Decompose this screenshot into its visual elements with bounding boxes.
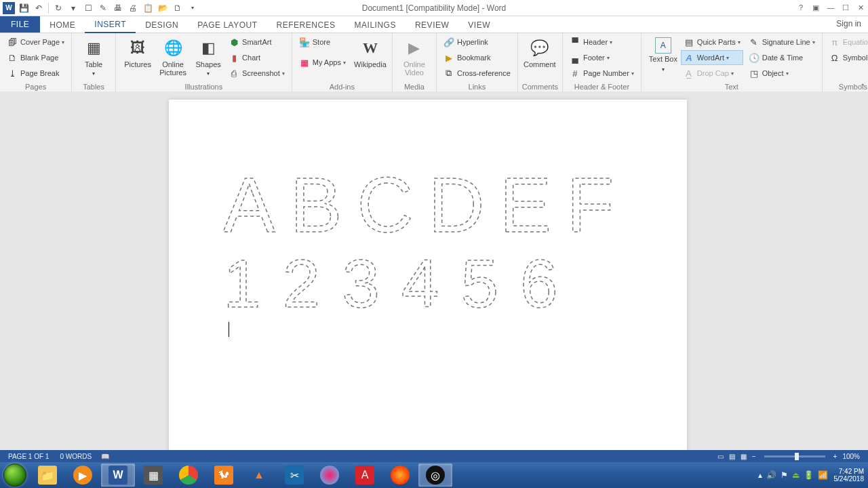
- document-area[interactable]: ABCDEF 123456: [0, 92, 868, 450]
- qat-custom-icon[interactable]: ▾: [67, 2, 79, 14]
- chart-button[interactable]: ▮Chart: [226, 50, 288, 65]
- taskbar-vlc[interactable]: ▲: [242, 464, 276, 487]
- more-icon[interactable]: ▾: [186, 2, 199, 14]
- taskbar-app-1[interactable]: ▦: [136, 464, 170, 487]
- touch-mode-icon[interactable]: ☐: [82, 2, 94, 14]
- start-button[interactable]: [0, 462, 30, 488]
- tray-battery-icon[interactable]: 🔋: [804, 470, 814, 480]
- tab-review[interactable]: REVIEW: [406, 18, 458, 33]
- page-break-button[interactable]: ⤓Page Break: [4, 66, 67, 81]
- word-window: W 💾 ↶ ↻ ▾ ☐ ✎ 🖶 🖨 📋 📂 🗋 ▾ Document1 [Com…: [0, 0, 868, 488]
- document-line-2: 123456: [223, 247, 637, 322]
- tray-network-icon[interactable]: 📶: [818, 470, 828, 480]
- page[interactable]: ABCDEF 123456: [169, 100, 687, 450]
- save-icon[interactable]: 💾: [18, 2, 30, 14]
- date-time-button[interactable]: 🕓Date & Time: [746, 50, 818, 65]
- wordart-button[interactable]: AWordArt: [681, 50, 743, 65]
- redo-icon[interactable]: ↻: [52, 2, 64, 14]
- page-number-button[interactable]: #Page Number: [567, 66, 637, 81]
- maximize-icon[interactable]: ☐: [838, 0, 853, 15]
- tab-design[interactable]: DESIGN: [136, 18, 188, 33]
- zoom-slider[interactable]: [764, 455, 825, 458]
- help-icon[interactable]: ?: [793, 0, 808, 15]
- blank-page-button[interactable]: 🗋Blank Page: [4, 50, 67, 65]
- store-button[interactable]: 🏪Store: [296, 35, 349, 49]
- zoom-out-icon[interactable]: −: [752, 453, 756, 460]
- read-mode-icon[interactable]: ▭: [717, 453, 724, 460]
- close-icon[interactable]: ✕: [853, 0, 868, 15]
- paste-icon[interactable]: 📋: [142, 2, 154, 14]
- table-button[interactable]: ▦ Table▾: [76, 35, 111, 81]
- tab-home[interactable]: HOME: [40, 18, 85, 33]
- tray-safely-remove-icon[interactable]: ⏏: [792, 470, 800, 480]
- taskbar-opera[interactable]: [313, 464, 347, 487]
- cross-reference-button[interactable]: ⧉Cross-reference: [441, 66, 513, 81]
- text-box-button[interactable]: AText Box ▾: [646, 35, 681, 77]
- tray-expand-icon[interactable]: ▴: [758, 470, 762, 480]
- taskbar-explorer[interactable]: 📁: [31, 464, 64, 487]
- signature-line-button[interactable]: ✎Signature Line: [746, 35, 818, 49]
- symbol-button[interactable]: ΩSymbol: [827, 50, 868, 65]
- quick-print-icon[interactable]: 🖨: [127, 2, 139, 14]
- online-pictures-button[interactable]: 🌐Online Pictures: [155, 35, 191, 79]
- web-layout-icon[interactable]: ▦: [741, 453, 747, 460]
- sign-in-link[interactable]: Sign in: [836, 19, 861, 28]
- pictures-button[interactable]: 🖼Pictures: [120, 35, 155, 71]
- print-preview-icon[interactable]: 🖶: [112, 2, 124, 14]
- taskbar-chrome[interactable]: [172, 464, 205, 487]
- cover-page-button[interactable]: 🗐Cover Page: [4, 35, 67, 49]
- zoom-level[interactable]: 100%: [842, 453, 860, 460]
- taskbar-media-player[interactable]: ▶: [66, 464, 100, 487]
- tab-mailings[interactable]: MAILINGS: [345, 18, 406, 33]
- footer-button[interactable]: ▄Footer: [567, 50, 637, 65]
- new-doc-icon[interactable]: 🗋: [172, 2, 184, 14]
- tab-page-layout[interactable]: PAGE LAYOUT: [188, 18, 267, 33]
- equation-button[interactable]: πEquation: [827, 35, 868, 49]
- page-indicator[interactable]: PAGE 1 OF 1: [8, 453, 49, 460]
- label: Symbol: [843, 54, 868, 62]
- my-apps-icon: ▦: [299, 57, 310, 68]
- collapse-ribbon-icon[interactable]: ⌃: [860, 83, 865, 90]
- tab-view[interactable]: VIEW: [458, 18, 500, 33]
- taskbar-acrobat[interactable]: A: [348, 464, 382, 487]
- object-button[interactable]: ◳Object: [746, 66, 818, 81]
- taskbar-word[interactable]: W: [101, 464, 135, 487]
- tray-volume-icon[interactable]: 🔊: [766, 470, 776, 480]
- taskbar-camera[interactable]: ◎: [418, 464, 452, 487]
- taskbar-editor[interactable]: ✂: [277, 464, 311, 487]
- smartart-button[interactable]: ⬢SmartArt: [226, 35, 288, 49]
- print-layout-icon[interactable]: ▤: [729, 453, 735, 460]
- taskbar-uc[interactable]: 🐿: [207, 464, 241, 487]
- quick-parts-button[interactable]: ▤Quick Parts: [681, 35, 743, 49]
- firefox-icon: [391, 466, 410, 485]
- tray-clock[interactable]: 7:42 PM 5/24/2018: [834, 468, 865, 483]
- label: Store: [313, 38, 330, 46]
- word-count[interactable]: 0 WORDS: [60, 453, 92, 460]
- shapes-button[interactable]: ◧Shapes▾: [191, 35, 226, 81]
- bookmark-button[interactable]: ▶Bookmark: [441, 50, 513, 65]
- open-icon[interactable]: 📂: [157, 2, 169, 14]
- zoom-in-icon[interactable]: +: [833, 453, 837, 460]
- undo-icon[interactable]: ↶: [33, 2, 45, 14]
- new-icon[interactable]: ✎: [97, 2, 109, 14]
- document-line-1: ABCDEF: [223, 164, 637, 245]
- tray-action-icon[interactable]: ⚑: [781, 470, 788, 480]
- wikipedia-button[interactable]: WWikipedia: [353, 35, 388, 71]
- taskbar-firefox[interactable]: [383, 464, 417, 487]
- label: Online Pictures: [157, 60, 189, 77]
- header-button[interactable]: ▀Header: [567, 35, 637, 49]
- tab-insert[interactable]: INSERT: [85, 17, 136, 33]
- tab-file[interactable]: FILE: [0, 16, 40, 33]
- drop-cap-button[interactable]: A̲Drop Cap: [681, 66, 743, 81]
- ribbon-display-icon[interactable]: ▣: [808, 0, 823, 15]
- label: Date & Time: [762, 54, 804, 62]
- spell-check-icon[interactable]: 📖: [101, 453, 109, 460]
- screenshot-button[interactable]: ⎙Screenshot: [226, 66, 288, 81]
- hyperlink-button[interactable]: 🔗Hyperlink: [441, 35, 513, 49]
- tab-references[interactable]: REFERENCES: [267, 18, 345, 33]
- group-comments: 💬Comment Comments: [518, 33, 563, 93]
- minimize-icon[interactable]: —: [823, 0, 838, 15]
- online-video-button[interactable]: ▶Online Video: [397, 35, 432, 79]
- my-apps-button[interactable]: ▦My Apps: [296, 55, 349, 70]
- comment-button[interactable]: 💬Comment: [522, 35, 557, 71]
